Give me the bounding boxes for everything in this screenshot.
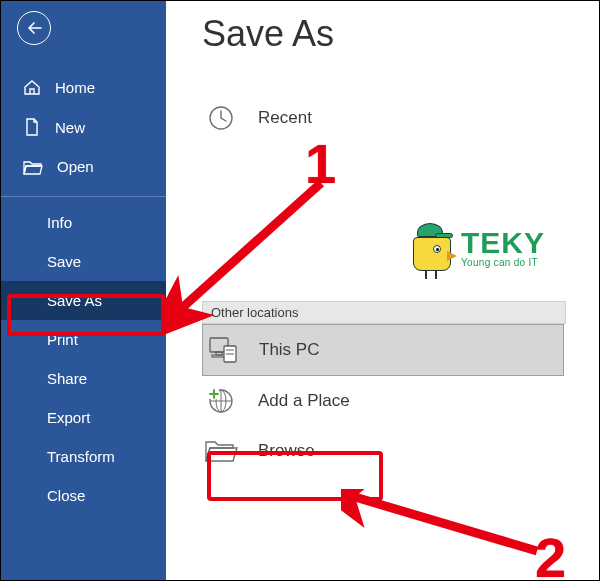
add-place-icon xyxy=(204,386,238,416)
add-a-place-button[interactable]: Add a Place xyxy=(202,376,564,426)
save-as-panel: Save As Recent Other locations This PC A… xyxy=(166,1,599,580)
sidebar-item-info[interactable]: Info xyxy=(1,203,166,242)
back-button[interactable] xyxy=(17,11,51,45)
clock-icon xyxy=(204,103,238,133)
page-title: Save As xyxy=(202,13,599,55)
sidebar-item-label: Print xyxy=(47,331,78,348)
sidebar-item-label: Save xyxy=(47,253,81,270)
sidebar-item-transform[interactable]: Transform xyxy=(1,437,166,476)
sidebar-item-new[interactable]: New xyxy=(1,107,166,147)
recent-label: Recent xyxy=(258,108,312,128)
sidebar-item-label: Home xyxy=(55,79,95,96)
sidebar-divider xyxy=(1,196,166,197)
sidebar-item-label: New xyxy=(55,119,85,136)
this-pc-button[interactable]: This PC xyxy=(202,324,564,376)
backstage-sidebar: Home New Open Info Save Save As Print Sh… xyxy=(1,1,166,580)
sidebar-item-print[interactable]: Print xyxy=(1,320,166,359)
recent-button[interactable]: Recent xyxy=(202,93,564,143)
sidebar-item-label: Transform xyxy=(47,448,115,465)
folder-open-icon xyxy=(23,159,43,175)
browse-button[interactable]: Browse xyxy=(202,426,564,476)
browse-label: Browse xyxy=(258,441,315,461)
arrow-left-icon xyxy=(25,19,43,37)
new-doc-icon xyxy=(23,118,41,136)
sidebar-item-label: Open xyxy=(57,158,94,175)
folder-open-icon xyxy=(204,436,238,466)
other-locations-header: Other locations xyxy=(202,301,566,324)
sidebar-item-label: Export xyxy=(47,409,90,426)
sidebar-item-open[interactable]: Open xyxy=(1,147,166,186)
sidebar-item-label: Save As xyxy=(47,292,102,309)
sidebar-item-label: Info xyxy=(47,214,72,231)
sidebar-item-save[interactable]: Save xyxy=(1,242,166,281)
sidebar-item-label: Share xyxy=(47,370,87,387)
sidebar-item-saveas[interactable]: Save As xyxy=(1,281,166,320)
sidebar-item-share[interactable]: Share xyxy=(1,359,166,398)
this-pc-label: This PC xyxy=(259,340,319,360)
sidebar-item-label: Close xyxy=(47,487,85,504)
sidebar-item-close[interactable]: Close xyxy=(1,476,166,515)
add-a-place-label: Add a Place xyxy=(258,391,350,411)
this-pc-icon xyxy=(205,335,239,365)
sidebar-item-home[interactable]: Home xyxy=(1,67,166,107)
sidebar-item-export[interactable]: Export xyxy=(1,398,166,437)
home-icon xyxy=(23,78,41,96)
